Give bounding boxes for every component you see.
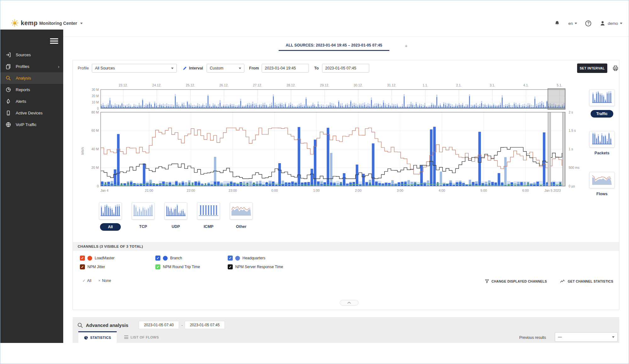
tab-statistics-label: STATISTICS — [90, 336, 111, 339]
to-input[interactable] — [322, 64, 369, 73]
tab-list-of-flows[interactable]: LIST OF FLOWS — [120, 331, 163, 343]
tab-statistics[interactable]: STATISTICS — [78, 331, 117, 343]
breadcrumb-chevron-icon: › — [34, 20, 36, 26]
view-flows-thumbnail[interactable] — [589, 172, 615, 188]
sidebar-item-profiles[interactable]: Profiles › — [0, 61, 63, 72]
search-icon — [77, 322, 83, 328]
sidebar-item-analysis[interactable]: Analysis — [0, 72, 63, 84]
chevron-down-icon — [575, 23, 577, 24]
help-button[interactable]: ? — [585, 20, 591, 26]
sidebar-item-active-devices[interactable]: Active Devices — [0, 107, 63, 119]
svg-text:1.5 s: 1.5 s — [569, 129, 576, 132]
reports-icon — [5, 87, 12, 93]
svg-text:40 M: 40 M — [92, 147, 99, 151]
svg-text:24.12.: 24.12. — [152, 83, 161, 87]
channel-checkbox[interactable] — [80, 256, 85, 261]
sidebar-item-sources[interactable]: Sources — [0, 49, 63, 61]
set-interval-button[interactable]: SET INTERVAL — [577, 63, 607, 73]
svg-text:60 M: 60 M — [92, 129, 99, 132]
chevron-down-icon — [80, 23, 83, 24]
protocol-other-thumbnail[interactable] — [230, 202, 253, 219]
main-traffic-chart[interactable]: 80 M60 M40 M20 M02 s1.5 s1 s500 ms0 µsbi… — [79, 111, 620, 198]
notifications-button[interactable] — [554, 20, 560, 26]
top-header: kemp › Monitoring Center en ? — [0, 0, 629, 30]
view-traffic-thumbnail[interactable] — [589, 90, 615, 106]
protocol-tcp-thumbnail[interactable] — [132, 202, 154, 219]
change-displayed-channels-button[interactable]: CHANGE DISPLAYED CHANNELS — [485, 279, 547, 283]
view-flows-button[interactable]: Flows — [589, 192, 615, 196]
previous-results-select[interactable]: — — [555, 332, 618, 342]
protocol-icmp-button[interactable]: ICMP — [197, 224, 220, 229]
svg-text:bits/s: bits/s — [81, 147, 84, 155]
get-channel-statistics-button[interactable]: GET CHANNEL STATISTICS — [560, 279, 613, 283]
svg-text:0:00: 0:00 — [271, 189, 278, 192]
channel-checkbox[interactable] — [228, 256, 233, 261]
sun-logo-icon — [11, 19, 19, 27]
language-label: en — [568, 21, 573, 26]
protocol-all-thumbnail[interactable] — [99, 202, 122, 219]
globe-phone-icon — [5, 122, 12, 128]
sidebar-item-label: Profiles — [16, 64, 29, 69]
svg-text:20 M: 20 M — [92, 94, 99, 98]
channel-npm-round-trip-time: NPM Round Trip Time — [155, 264, 200, 270]
menu-toggle-button[interactable] — [50, 38, 58, 44]
svg-text:1.1.: 1.1. — [423, 83, 428, 87]
view-packets-button[interactable]: Packets — [589, 151, 615, 155]
language-selector[interactable]: en — [568, 21, 577, 26]
advanced-analysis-title: Advanced analysis — [86, 323, 128, 328]
view-packets-thumbnail[interactable] — [589, 131, 615, 147]
print-icon[interactable] — [612, 65, 619, 72]
svg-text:22:00: 22:00 — [187, 189, 195, 192]
protocol-icmp-thumbnail[interactable] — [197, 202, 220, 219]
user-menu[interactable]: demo — [599, 20, 622, 26]
protocol-udp-thumbnail[interactable] — [164, 202, 187, 219]
svg-text:Jan 4: Jan 4 — [100, 189, 109, 192]
collapse-panel-button[interactable] — [340, 300, 359, 306]
svg-text:1 s: 1 s — [569, 147, 573, 151]
protocol-udp-button[interactable]: UDP — [164, 224, 187, 229]
breadcrumb-label: Monitoring Center — [39, 21, 77, 26]
chevron-down-icon — [612, 336, 615, 338]
sidebar: Sources Profiles › Analysis Reports — [0, 30, 63, 343]
kemp-logo[interactable]: kemp — [11, 19, 37, 27]
svg-text:10 M: 10 M — [92, 101, 99, 104]
advanced-from-input[interactable] — [139, 321, 179, 329]
protocol-all-button[interactable]: All — [100, 223, 121, 231]
svg-text:500 ms: 500 ms — [569, 166, 579, 169]
from-input[interactable] — [262, 64, 309, 73]
svg-text:25.12.: 25.12. — [186, 83, 195, 87]
submenu-chevron-icon: › — [58, 64, 59, 69]
sidebar-item-alerts[interactable]: Alerts — [0, 96, 63, 107]
svg-text:3:00: 3:00 — [397, 189, 404, 192]
svg-text:2 s: 2 s — [569, 111, 573, 114]
channel-label: Branch — [170, 256, 182, 260]
interval-select[interactable]: Custom — [207, 64, 244, 73]
chevron-down-icon — [239, 68, 241, 69]
view-traffic-button[interactable]: Traffic — [591, 110, 613, 118]
bell-icon — [554, 20, 560, 26]
tab-all-sources[interactable]: ALL SOURCES: 2023-01-04 19:45 – 2023-01-… — [279, 43, 389, 51]
protocol-tcp-button[interactable]: TCP — [132, 224, 154, 229]
select-all-channels[interactable]: ✓ All — [82, 279, 91, 283]
user-icon — [599, 20, 606, 26]
svg-text:31.12.: 31.12. — [387, 83, 396, 87]
channel-checkbox[interactable] — [155, 256, 160, 261]
add-tab-button[interactable]: + — [405, 43, 408, 48]
user-label: demo — [608, 21, 618, 26]
select-none-channels[interactable]: × None — [98, 279, 111, 283]
breadcrumb[interactable]: › Monitoring Center — [34, 19, 83, 27]
profile-select[interactable]: All Sources — [92, 64, 177, 73]
channel-checkbox[interactable] — [80, 264, 85, 269]
overview-range-chart[interactable]: 23.12.24.12.25.12.26.12.27.12.28.12.29.1… — [85, 81, 569, 111]
svg-text:26.12.: 26.12. — [219, 83, 228, 87]
sidebar-item-reports[interactable]: Reports — [0, 84, 63, 96]
protocol-other-button[interactable]: Other — [230, 224, 253, 229]
chevron-down-icon — [171, 68, 174, 69]
change-displayed-label: CHANGE DISPLAYED CHANNELS — [492, 279, 547, 283]
chevron-up-icon — [347, 302, 351, 304]
channel-checkbox[interactable] — [228, 264, 233, 269]
analysis-panel: Profile All Sources Interval Custom From… — [73, 60, 619, 310]
sidebar-item-voip-traffic[interactable]: VoIP Traffic — [0, 119, 63, 130]
channel-checkbox[interactable] — [155, 264, 160, 269]
advanced-to-input[interactable] — [185, 321, 225, 329]
